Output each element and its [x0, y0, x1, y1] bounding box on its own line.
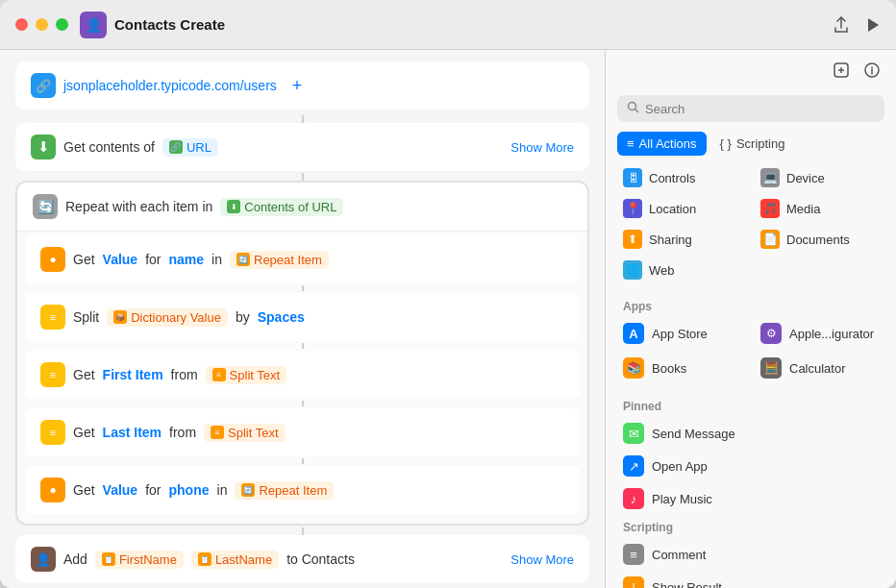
in-text2: in: [217, 482, 228, 498]
divider3: [302, 401, 304, 406]
category-documents[interactable]: 📄 Documents: [755, 225, 884, 254]
value-label1: Value: [103, 252, 138, 267]
all-actions-icon: ≡: [627, 136, 635, 151]
category-controls[interactable]: 🎛 Controls: [617, 163, 747, 192]
tab-all-actions[interactable]: ≡ All Actions: [617, 132, 707, 156]
scripting-icon: { }: [720, 136, 732, 151]
for-text2: for: [145, 482, 161, 498]
app-icon: 👤: [80, 12, 107, 38]
apps-grid: A App Store ⚙ Apple...igurator 📚 Books 🧮…: [617, 317, 884, 384]
right-header: [606, 50, 896, 87]
category-sharing[interactable]: ⬆ Sharing: [617, 225, 747, 254]
get-text4: Get: [73, 482, 95, 498]
in-text1: in: [212, 252, 222, 267]
media-label: Media: [786, 202, 820, 216]
send-message-item[interactable]: ✉ Send Message: [617, 417, 884, 450]
books-item[interactable]: 📚 Books: [617, 352, 747, 384]
open-app-item[interactable]: ↗ Open App: [617, 450, 884, 482]
tab-scripting-label: Scripting: [736, 136, 785, 151]
category-web[interactable]: 🌐 Web: [617, 256, 747, 284]
device-label: Device: [786, 171, 825, 185]
window-title: Contacts Create: [114, 16, 833, 33]
apps-section-label: Apps: [617, 294, 884, 317]
split-card[interactable]: ≡ Split 📦 Dictionary Value by Spaces: [25, 293, 580, 341]
get-last-item-card[interactable]: ≡ Get Last Item from ≡ Split Text: [25, 408, 580, 456]
url-icon: 🔗: [31, 73, 56, 98]
controls-label: Controls: [649, 171, 695, 185]
category-location[interactable]: 📍 Location: [617, 194, 747, 223]
comment-icon: ≡: [623, 544, 644, 565]
repeat-item-pill2: 🔄 Repeat Item: [235, 481, 334, 500]
split-icon: ≡: [40, 305, 65, 330]
show-more-button[interactable]: Show More: [510, 140, 574, 155]
category-media[interactable]: 🎵 Media: [755, 194, 884, 223]
tab-scripting[interactable]: { } Scripting: [710, 132, 795, 156]
split-text: Split: [73, 309, 99, 325]
web-icon: 🌐: [623, 260, 642, 280]
share-button[interactable]: [833, 16, 850, 34]
get-first-item-card[interactable]: ≡ Get First Item from ≡ Split Text: [25, 351, 580, 399]
show-more-add-button[interactable]: Show More: [510, 552, 574, 567]
location-icon: 📍: [623, 199, 642, 218]
media-icon: 🎵: [760, 199, 780, 218]
url-pill-icon: 🔗: [169, 140, 183, 154]
key-phone: phone: [169, 482, 210, 498]
get-contents-card[interactable]: ⬇ Get contents of 🔗 URL Show More: [15, 123, 589, 171]
get-text2: Get: [73, 367, 95, 382]
location-label: Location: [649, 202, 696, 216]
play-button[interactable]: [865, 17, 881, 33]
apple-igurator-label: Apple...igurator: [789, 327, 874, 341]
get-value-name-card[interactable]: ● Get Value for name in 🔄 Repeat Item: [25, 235, 580, 283]
add-url-button[interactable]: +: [292, 76, 303, 96]
main-window: 👤 Contacts Create 🔗 jsonplaceholder.typi…: [0, 0, 896, 588]
calculator-item[interactable]: 🧮 Calculator: [755, 352, 884, 384]
divider1: [302, 285, 304, 291]
first-item-label: First Item: [103, 367, 163, 382]
play-music-item[interactable]: ♪ Play Music: [617, 482, 884, 515]
url-text: jsonplaceholder.typicode.com/users: [63, 78, 277, 93]
repeat-item-icon2: 🔄: [241, 483, 255, 497]
maximize-button[interactable]: [56, 18, 68, 31]
traffic-lights: [15, 18, 68, 31]
apple-igurator-icon: ⚙: [760, 323, 782, 344]
apple-igurator-item[interactable]: ⚙ Apple...igurator: [755, 317, 884, 350]
divider4: [302, 458, 304, 464]
titlebar: 👤 Contacts Create: [0, 0, 896, 50]
app-store-icon: A: [623, 323, 644, 344]
device-icon: 💻: [760, 168, 780, 187]
add-action-button[interactable]: [829, 58, 854, 87]
web-label: Web: [649, 263, 675, 278]
repeat-header[interactable]: 🔄 Repeat with each item in ⬇ Contents of…: [17, 183, 587, 232]
category-device[interactable]: 💻 Device: [755, 163, 884, 192]
get-value-phone-card[interactable]: ● Get Value for phone in 🔄 Repeat Item: [25, 466, 580, 514]
value-label2: Value: [103, 482, 138, 498]
info-button[interactable]: [859, 58, 884, 87]
category-tabs: ≡ All Actions { } Scripting: [606, 132, 896, 156]
sharing-label: Sharing: [649, 233, 692, 247]
search-input[interactable]: [645, 102, 875, 116]
show-result-icon: !: [623, 576, 644, 588]
add-contacts-card[interactable]: 👤 Add 📋 FirstName 📋 LastName to Contacts…: [15, 535, 589, 583]
repeat-icon: 🔄: [33, 194, 58, 219]
repeat-item-pill1: 🔄 Repeat Item: [230, 251, 329, 269]
from-text2: from: [169, 425, 196, 440]
contents-pill-icon: ⬇: [227, 200, 240, 213]
get-contents-icon: ⬇: [31, 135, 56, 159]
dict-icon: 📦: [113, 310, 127, 324]
minimize-button[interactable]: [36, 18, 48, 31]
add-suffix: to Contacts: [286, 551, 355, 567]
split-text-icon2: ≡: [211, 426, 224, 439]
split-text-pill1: ≡ Split Text: [206, 366, 287, 384]
comment-item[interactable]: ≡ Comment: [617, 538, 884, 571]
app-store-item[interactable]: A App Store: [617, 317, 747, 350]
show-result-item[interactable]: ! Show Result: [617, 571, 884, 588]
url-card[interactable]: 🔗 jsonplaceholder.typicode.com/users +: [15, 61, 589, 110]
search-icon: [627, 101, 639, 116]
lastname-icon: 📋: [198, 552, 212, 566]
close-button[interactable]: [15, 18, 28, 31]
connector: [302, 115, 304, 123]
right-content: 🎛 Controls 💻 Device 📍 Location 🎵 Media: [606, 163, 896, 588]
lastname-pill: 📋 LastName: [191, 551, 279, 569]
firstname-icon: 📋: [102, 552, 115, 566]
from-text1: from: [171, 367, 198, 382]
